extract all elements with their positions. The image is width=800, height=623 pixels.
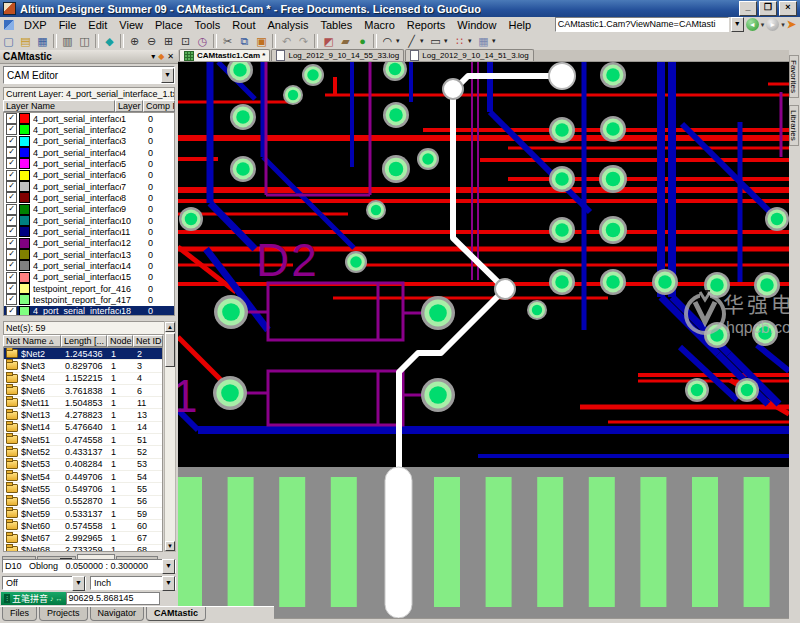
view-3d-icon[interactable]: ◆ — [101, 33, 118, 49]
ime-sound-icon[interactable]: ♪ — [50, 595, 54, 602]
pcb-canvas-area[interactable]: D2 1 华强电路 hqpcb.com — [178, 62, 789, 623]
net-row[interactable]: $Net63.76183816 — [4, 385, 162, 397]
doc-tab[interactable]: Log_2012_9_10_14_55_33.log — [271, 49, 404, 61]
menu-tools[interactable]: Tools — [189, 19, 227, 31]
layer-color-swatch[interactable] — [19, 192, 30, 203]
new-document-icon[interactable]: ▢ — [0, 33, 17, 49]
tab-libraries[interactable]: Libraries — [789, 105, 799, 146]
layer-visible-checkbox[interactable]: ✓ — [6, 226, 17, 237]
layer-visible-checkbox[interactable]: ✓ — [6, 136, 17, 147]
net-row[interactable]: $Net550.549706155 — [4, 483, 162, 495]
navigate-forward-button[interactable]: ► — [766, 18, 779, 31]
layer-row[interactable]: ✓testpoint_report_for_4_170 — [4, 294, 174, 305]
line-tool-dropdown-arrow[interactable]: ▾ — [420, 37, 427, 45]
menu-dxp[interactable]: DXP — [18, 19, 53, 31]
layer-row[interactable]: ✓4_port_serial_interface_180 — [4, 306, 174, 316]
redraw-icon[interactable]: ◷ — [194, 33, 211, 49]
layer-visible-checkbox[interactable]: ✓ — [6, 181, 17, 192]
layer-color-swatch[interactable] — [19, 170, 30, 181]
document-path-combo-arrow[interactable]: ▼ — [731, 17, 744, 32]
flash-tool-icon[interactable]: ◩ — [320, 33, 337, 49]
workspace-tab-files[interactable]: Files — [2, 607, 37, 621]
layer-color-swatch[interactable] — [19, 283, 30, 294]
layer-visible-checkbox[interactable]: ✓ — [6, 238, 17, 249]
print-preview-icon[interactable]: ◫ — [76, 33, 93, 49]
layer-row[interactable]: ✓4_port_serial_interface_20 — [4, 124, 174, 135]
net-row[interactable]: $Net111.504853111 — [4, 397, 162, 409]
layer-visible-checkbox[interactable]: ✓ — [6, 124, 17, 135]
zoom-all-icon[interactable]: ⊡ — [177, 33, 194, 49]
layer-row[interactable]: ✓4_port_serial_interface_70 — [4, 181, 174, 192]
editor-select[interactable]: CAM Editor ▼ — [3, 66, 175, 84]
layer-row[interactable]: ✓4_port_serial_interface_90 — [4, 204, 174, 215]
net-row[interactable]: $Net520.433137152 — [4, 446, 162, 458]
layer-color-swatch[interactable] — [19, 147, 30, 158]
workspace-tab-navigator[interactable]: Navigator — [90, 607, 145, 621]
grid-tool-dropdown-arrow[interactable]: ▾ — [492, 37, 499, 45]
layer-visible-checkbox[interactable]: ✓ — [6, 294, 17, 305]
net-node-header[interactable]: Node ... — [107, 335, 133, 347]
layer-visible-checkbox[interactable]: ✓ — [6, 283, 17, 294]
net-row[interactable]: $Net510.474558151 — [4, 434, 162, 446]
coordinate-readout[interactable]: 90629.5.868145 — [66, 592, 160, 605]
rectangle-tool-icon[interactable]: ▭ — [427, 33, 444, 49]
layer-visible-checkbox[interactable]: ✓ — [6, 170, 17, 181]
query-tool-icon[interactable]: ∷ — [451, 33, 468, 49]
comp-flag-header[interactable]: Comp Flag — [143, 100, 175, 112]
layer-visible-checkbox[interactable]: ✓ — [6, 204, 17, 215]
close-button[interactable]: × — [779, 1, 797, 16]
net-row[interactable]: $Net590.533137159 — [4, 508, 162, 520]
layer-row[interactable]: ✓4_port_serial_interface_100 — [4, 215, 174, 226]
layer-color-swatch[interactable] — [19, 136, 30, 147]
dxp-home-icon[interactable]: ➤ — [787, 18, 796, 31]
units-combo-arrow[interactable]: ▼ — [162, 576, 175, 591]
net-row[interactable]: $Net30.82970613 — [4, 360, 162, 372]
net-row[interactable]: $Net21.24543612 — [4, 348, 162, 360]
net-row[interactable]: $Net672.992965167 — [4, 532, 162, 544]
menu-view[interactable]: View — [113, 19, 149, 31]
back-dropdown-arrow[interactable]: ▾ — [761, 21, 765, 29]
navigate-back-button[interactable]: ◄ — [746, 18, 759, 31]
arc-tool-dropdown-arrow[interactable]: ▾ — [396, 37, 403, 45]
menu-file[interactable]: File — [53, 19, 83, 31]
menu-window[interactable]: Window — [451, 19, 502, 31]
layer-row[interactable]: ✓4_port_serial_interface_40 — [4, 147, 174, 158]
doc-tab[interactable]: Log_2012_9_10_14_51_3.log — [405, 49, 533, 61]
layer-visible-checkbox[interactable]: ✓ — [6, 158, 17, 169]
nets-scrollbar[interactable]: ▲ ▼ — [164, 321, 176, 552]
rectangle-tool-dropdown-arrow[interactable]: ▾ — [444, 37, 451, 45]
layer-row[interactable]: ✓4_port_serial_interface_50 — [4, 158, 174, 169]
workspace-tab-projects[interactable]: Projects — [39, 607, 88, 621]
net-row[interactable]: $Net560.552870156 — [4, 496, 162, 508]
minimize-button[interactable]: _ — [739, 1, 757, 16]
net-row[interactable]: $Net682.733259168 — [4, 545, 162, 552]
layer-color-swatch[interactable] — [19, 181, 30, 192]
layer-visible-checkbox[interactable]: ✓ — [6, 113, 17, 124]
ime-toggle-icon[interactable]: ↔ — [56, 595, 63, 602]
cut-icon[interactable]: ✂ — [219, 33, 236, 49]
layer-row[interactable]: ✓4_port_serial_interface_60 — [4, 170, 174, 181]
net-row[interactable]: $Net41.15221514 — [4, 373, 162, 385]
layer-visible-checkbox[interactable]: ✓ — [6, 272, 17, 283]
layer-mode-combo[interactable]: Off ▼ — [2, 576, 86, 590]
net-row[interactable]: $Net134.278823113 — [4, 409, 162, 421]
net-row[interactable]: $Net145.476640114 — [4, 422, 162, 434]
layer-color-swatch[interactable] — [19, 294, 30, 305]
menu-help[interactable]: Help — [502, 19, 537, 31]
layer-name-header[interactable]: Layer Name — [3, 100, 115, 112]
layer-row[interactable]: ✓4_port_serial_interface_80 — [4, 192, 174, 203]
layer-row[interactable]: ✓testpoint_report_for_4_160 — [4, 283, 174, 294]
editor-select-arrow[interactable]: ▼ — [161, 68, 174, 83]
net-id-header[interactable]: Net ID — [133, 335, 163, 347]
layer-visible-checkbox[interactable]: ✓ — [6, 215, 17, 226]
document-path-combo[interactable]: CAMtastic1.Cam?ViewName=CAMtasti — [555, 17, 729, 32]
zoom-in-icon[interactable]: ⊕ — [126, 33, 143, 49]
layer-visible-checkbox[interactable]: ✓ — [6, 192, 17, 203]
dcode-combo-arrow[interactable]: ▼ — [162, 559, 175, 574]
menu-edit[interactable]: Edit — [82, 19, 113, 31]
net-row[interactable]: $Net540.449706154 — [4, 471, 162, 483]
menu-analysis[interactable]: Analysis — [261, 19, 314, 31]
layer-row[interactable]: ✓4_port_serial_interface_150 — [4, 272, 174, 283]
scroll-up-icon[interactable]: ▲ — [165, 322, 175, 332]
layer-color-swatch[interactable] — [19, 226, 30, 237]
